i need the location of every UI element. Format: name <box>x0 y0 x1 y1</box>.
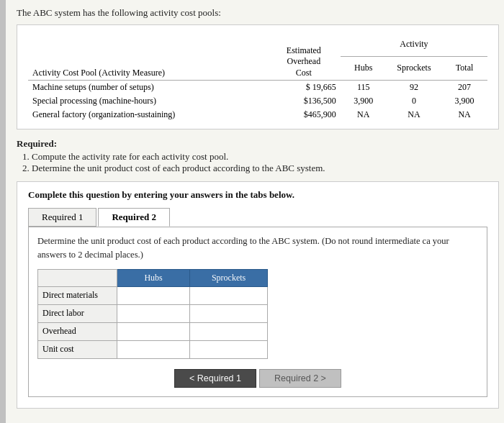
row-cost: $136,500 <box>267 94 341 108</box>
row-label: General factory (organization-sustaining… <box>28 108 267 122</box>
direct-labor-hubs-field[interactable] <box>123 308 184 319</box>
total-header: Total <box>441 56 487 81</box>
table-row: Overhead <box>38 322 268 340</box>
row-total: 207 <box>441 81 487 95</box>
activity-cost-table: Activity Cost Pool (Activity Measure) Es… <box>28 32 487 122</box>
row-label: Special processing (machine-hours) <box>28 94 267 108</box>
unit-cost-hubs-field[interactable] <box>123 344 184 355</box>
row-sprockets: 0 <box>387 94 442 108</box>
requirements-section: Required: 1. Compute the activity rate f… <box>17 138 499 174</box>
direct-materials-hubs-input[interactable] <box>117 286 190 304</box>
complete-instruction: Complete this question by entering your … <box>28 189 487 201</box>
overhead-hubs-input[interactable] <box>117 322 190 340</box>
row-label: Machine setups (number of setups) <box>28 81 267 95</box>
sprockets-col-header: Sprockets <box>190 269 268 286</box>
table-row: Machine setups (number of setups) $ 19,6… <box>28 81 487 95</box>
row-sprockets: NA <box>387 108 442 122</box>
tab-required-1[interactable]: Required 1 <box>28 208 96 227</box>
table-row: Direct materials <box>38 286 268 304</box>
row-hubs: NA <box>341 108 387 122</box>
direct-labor-hubs-input[interactable] <box>117 304 190 322</box>
unit-cost-label: Unit cost <box>38 340 117 358</box>
side-marker <box>0 0 6 423</box>
tab-content: Determine the unit product cost of each … <box>28 227 487 397</box>
next-button[interactable]: Required 2 > <box>259 369 341 388</box>
row-sprockets: 92 <box>387 81 442 95</box>
hubs-col-header: Hubs <box>117 269 190 286</box>
estimated-overhead-header: Estimated Overhead Cost <box>267 32 341 81</box>
table-row: Direct labor <box>38 304 268 322</box>
empty-header <box>38 269 117 286</box>
direct-labor-label: Direct labor <box>38 304 117 322</box>
sprockets-header: Sprockets <box>387 56 442 81</box>
hubs-header: Hubs <box>341 56 387 81</box>
direct-labor-sprockets-input[interactable] <box>190 304 268 322</box>
prev-button[interactable]: < Required 1 <box>174 369 256 388</box>
intro-text: The ABC system has the following activit… <box>17 7 499 19</box>
direct-materials-hubs-field[interactable] <box>123 290 184 301</box>
row-cost: $ 19,665 <box>267 81 341 95</box>
req-title: Required: <box>17 138 499 150</box>
direct-materials-label: Direct materials <box>38 286 117 304</box>
overhead-sprockets-input[interactable] <box>190 322 268 340</box>
row-cost: $465,900 <box>267 108 341 122</box>
row-hubs: 115 <box>341 81 387 95</box>
row-hubs: 3,900 <box>341 94 387 108</box>
table-row: Unit cost <box>38 340 268 358</box>
overhead-hubs-field[interactable] <box>123 326 184 337</box>
tabs-row: Required 1 Required 2 <box>28 208 487 227</box>
tab-required-2[interactable]: Required 2 <box>98 208 170 227</box>
complete-box: Complete this question by entering your … <box>17 181 499 409</box>
row-total: 3,900 <box>441 94 487 108</box>
unit-cost-sprockets-field[interactable] <box>196 344 261 355</box>
top-table-wrapper: Activity Cost Pool (Activity Measure) Es… <box>17 24 499 129</box>
direct-materials-sprockets-input[interactable] <box>190 286 268 304</box>
table-row: General factory (organization-sustaining… <box>28 108 487 122</box>
req-item-2: 2. Determine the unit product cost of ea… <box>22 163 499 174</box>
row-total: NA <box>441 108 487 122</box>
activity-header: Activity <box>341 32 487 56</box>
direct-labor-sprockets-field[interactable] <box>196 308 261 319</box>
nav-buttons: < Required 1 Required 2 > <box>37 369 478 388</box>
tab-description: Determine the unit product cost of each … <box>37 235 478 262</box>
direct-materials-sprockets-field[interactable] <box>196 290 261 301</box>
overhead-sprockets-field[interactable] <box>196 326 261 337</box>
col-label-header: Activity Cost Pool (Activity Measure) <box>28 32 267 81</box>
unit-cost-hubs-input[interactable] <box>117 340 190 358</box>
overhead-label: Overhead <box>38 322 117 340</box>
req-item-1: 1. Compute the activity rate for each ac… <box>22 151 499 163</box>
unit-cost-sprockets-input[interactable] <box>190 340 268 358</box>
table-row: Special processing (machine-hours) $136,… <box>28 94 487 108</box>
unit-cost-table: Hubs Sprockets Direct materials <box>37 269 268 359</box>
